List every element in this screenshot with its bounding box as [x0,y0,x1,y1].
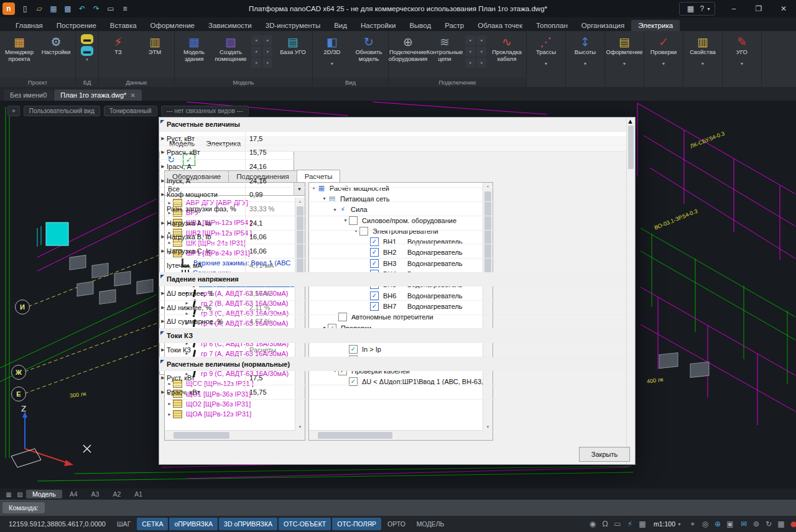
ribbon-tab-3D-инструменты[interactable]: 3D-инструменты [259,20,327,31]
properties-vscrollbar[interactable]: ▲▼ [626,117,635,464]
new-file-icon[interactable]: ▯ [18,2,32,15]
ribbon-tab-Построение[interactable]: Построение [50,20,103,31]
view-pill[interactable]: Тонированный [104,106,157,116]
property-row[interactable]: ▶Нагрузка А, Ia24,1 [159,216,627,231]
grid-icon[interactable]: ▦ [636,518,649,530]
view-pill[interactable]: Пользовательский вид [24,106,100,116]
ribbon-button-Трассы[interactable]: ⋰Трассы▼ [528,33,564,67]
property-row[interactable]: ▶Руст, кВт17,5 [159,132,627,146]
ribbon-button-2D/3D[interactable]: ◧2D/3D▼ [314,33,350,67]
db-cyan-icon[interactable]: ▬ [81,46,93,56]
status-toggle-ОРТО[interactable]: ОРТО [382,518,410,530]
bolt-icon[interactable]: ⚡ [624,518,636,530]
display-icon[interactable]: ▭ [104,2,118,15]
help-menu[interactable]: ▦ ? ▼ [679,2,715,16]
notifications-icon[interactable]: ● [787,518,796,530]
mini-conn-3-icon[interactable]: ▪ [465,47,475,57]
mini-tool-6-icon[interactable]: ▪ [262,58,272,68]
layout-tab-А2[interactable]: А2 [106,490,127,498]
status-toggle-3D оПРИВЯЗКА[interactable]: 3D оПРИВЯЗКА [219,518,277,530]
ribbon-button-Свойства[interactable]: ▥Свойства▼ [685,33,721,67]
save-state-icon[interactable]: ▦ [775,518,787,530]
zoom-window-icon[interactable]: ▣ [724,518,736,530]
view-pill[interactable]: --- нет связанных видов --- [161,106,249,116]
ribbon-button-База УГО[interactable]: ▤База УГО [275,33,311,63]
layout-tab-А3[interactable]: А3 [85,490,106,498]
mini-tool-4-icon[interactable]: ▪ [262,47,272,57]
calculator-icon[interactable]: ▦ [683,2,697,15]
maximize-button[interactable]: ❐ [746,0,771,17]
property-row[interactable]: ▶ΔU нижнее, %2,11 % [159,301,627,315]
ribbon-tab-Вывод[interactable]: Вывод [402,20,438,31]
ribbon-tab-Оформление[interactable]: Оформление [144,20,201,31]
property-row[interactable]: ▶Iпуск, А24,16 [159,174,627,188]
layout-list-icon[interactable]: ▦ [4,490,14,498]
ribbon-tab-Организация[interactable]: Организация [575,20,631,31]
save-icon[interactable]: ▦ [47,2,60,15]
users-icon[interactable]: ◉ [586,518,599,530]
property-row[interactable]: ▶Ррасч, кВт15,75 [159,385,627,400]
close-button[interactable]: ✕ [771,0,796,17]
property-row[interactable]: ▶Коэф мощности0,99 [159,188,627,202]
zoom-in-icon[interactable]: ⊕ [711,518,724,530]
command-line[interactable]: Команда: [0,500,796,516]
property-row[interactable]: ▶Iрасч, А24,16 [159,160,627,174]
mini-tool-2-icon[interactable]: ▪ [262,35,272,45]
ribbon-button-Прокладка кабеля[interactable]: ∿Прокладка кабеля [489,33,525,63]
ribbon-tab-Главная[interactable]: Главная [9,20,50,31]
ribbon-tab-Зависимости[interactable]: Зависимости [201,20,259,31]
menu-icon[interactable]: ≡ [118,2,132,15]
ribbon-tab-Электрика[interactable]: Электрика [631,20,680,31]
mini-conn-1-icon[interactable]: ▪ [465,35,475,45]
hand-icon[interactable]: ⌖ [687,518,699,530]
property-row[interactable]: ▶ΔU суммарное, %4,67 % [159,315,627,329]
ribbon-button-ЭТМ[interactable]: ▥ЭТМ [137,33,173,63]
ribbon-tab-Настройки[interactable]: Настройки [354,20,402,31]
help-label[interactable]: ? [700,4,704,13]
status-toggle-ОТС-ПОЛЯР[interactable]: ОТС-ПОЛЯР [332,518,381,530]
ribbon-button-Обновить модель[interactable]: ↻Обновить модель [351,33,387,63]
ribbon-button-Контрольные цепи[interactable]: ≋Контрольные цепи [427,33,463,63]
ribbon-button-Настройки[interactable]: ⚙Настройки [38,33,74,63]
dialog-close-action-button[interactable]: Закрыть [579,447,630,462]
sync-icon[interactable]: ↻ [762,518,775,530]
property-row[interactable]: Iутечки, мА4,71 мА [159,259,627,273]
drawing-canvas[interactable]: Z + Пользовательский видТонированный--- … [0,101,796,488]
document-tab[interactable]: Без имени0 [4,89,53,101]
ribbon-button-Высоты[interactable]: ↕Высоты▼ [567,33,603,67]
db-yellow-icon[interactable]: ▬ [81,34,93,44]
command-input[interactable] [45,500,796,516]
document-tab[interactable]: План 1го этажа.dwg*✕ [54,89,141,101]
property-row[interactable]: ▶Нагрузка В, Ib16,06 [159,231,627,245]
status-toggle-МОДЕЛЬ[interactable]: МОДЕЛЬ [412,518,450,530]
globe-icon[interactable]: ⊚ [750,518,762,530]
add-view-button[interactable]: + [7,106,20,116]
ribbon-button-Оформление[interactable]: ▤Оформление▼ [606,33,642,67]
chat-icon[interactable]: ✉ [738,518,750,530]
ribbon-button-Менеджер проекта[interactable]: ▦Менеджер проекта [1,33,37,63]
property-row[interactable]: Разн. загрузки фаз, %33,33 % [159,202,627,216]
dialog-tab-Расчеты[interactable]: Расчеты [297,170,341,182]
magnet-icon[interactable]: Ω [599,518,611,530]
status-toggle-ОТС-ОБЪЕКТ[interactable]: ОТС-ОБЪЕКТ [279,518,331,530]
ribbon-button-Модель здания[interactable]: ▦Модель здания [176,33,212,63]
property-row[interactable]: ▶Руст, кВт17,5 [159,371,627,385]
mini-conn-5-icon[interactable]: ▪ [465,58,475,68]
mini-tool-1-icon[interactable]: ▪ [251,35,261,45]
status-toggle-оПРИВЯЗКА[interactable]: оПРИВЯЗКА [169,518,218,530]
ribbon-tab-Топоплан[interactable]: Топоплан [529,20,575,31]
layout-tab-А1[interactable]: А1 [128,490,149,498]
ribbon-tab-Вставка[interactable]: Вставка [103,20,144,31]
ribbon-button-Проверки[interactable]: ✓Проверки▼ [646,33,682,67]
ribbon-tab-Вид[interactable]: Вид [327,20,354,31]
layout-tab-Модель[interactable]: Модель [26,490,62,498]
property-row[interactable]: ▶Токи КЗРасчеты [159,343,627,357]
orbit-icon[interactable]: ◎ [699,518,711,530]
nanocad-logo[interactable]: n [2,2,15,15]
layout-add-icon[interactable]: ▧ [15,490,25,498]
minimize-button[interactable]: – [721,0,746,17]
status-toggle-ШАГ[interactable]: ШАГ [112,518,136,530]
property-row[interactable]: ▶ΔU верхнее, %2,57 % [159,287,627,301]
mini-tool-5-icon[interactable]: ▪ [251,58,261,68]
layout-tab-А4[interactable]: А4 [63,490,84,498]
